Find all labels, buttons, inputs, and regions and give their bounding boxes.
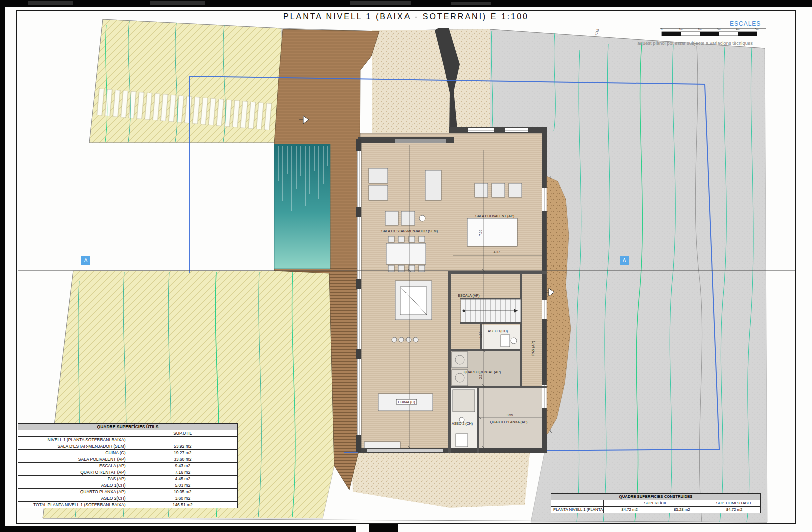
scales-heading: ESCALES [730,20,761,27]
table-row: QUARTO PLANXA (AP)10.05 m2 [18,489,238,495]
sheet-title: PLANTA NIVELL 1 (BAIXA - SOTERRANI) E 1:… [16,12,796,21]
room-label-aseo2: ASEO 2 (CH) [452,422,473,425]
table-row: ASEO 2(CH)3.60 m2 [18,495,238,502]
room-label-sala-polivalent: SALA POLIVALENT (AP) [475,214,514,218]
section-marker-a-right: A [620,256,629,265]
empty-cell [551,500,604,507]
scale-tick: 4m [736,28,740,31]
staircase [461,299,521,322]
table-row: SALA POLIVALENT (AP)33.60 m2 [18,456,238,463]
dimension-text: 7.56 [479,230,482,236]
building-floorplan [356,127,552,453]
table-row: CUINA (C)19.27 m2 [18,450,238,456]
room-label-quarto-planxa: QUARTO PLANXA (AP) [490,420,528,424]
built-areas-table: QUADRE SUPERFICIES CONSTRUIDES SUPERFÍCI… [551,493,761,513]
table-row-total: TOTAL PLANTA NIVELL 1 (SOTERRANI-BAIXA)1… [18,502,238,508]
scale-tick: 2m [698,28,702,31]
column-header: SUP. COMPUTABLE [708,500,761,507]
dimension-text: 4.37 [494,250,500,254]
column-header: SUP.ÚTIL [128,430,238,437]
table-row: ESCALA (AP)9.43 m2 [18,463,238,469]
table-title: QUADRE SUPERFICIES CONSTRUIDES [551,494,761,500]
swimming-pool [274,144,330,269]
table-row: ASEO 1(CH)5.03 m2 [18,482,238,489]
table-title: QUADRE SUPERFÍCIES ÚTILS [18,424,238,430]
room-label-escala: ESCALA (AP) [458,294,479,297]
dimension-text: 3.55 [507,413,513,417]
table-row: NIVELL 1 (PLANTA SOTERRANI-BAIXA) [18,437,238,443]
dimension-text: 1.50 [479,332,482,338]
room-label-quarto-rentat: QUARTO RENTAT (AP) [464,370,501,374]
table-row: QUARTO RENTAT (AP)7.16 m2 [18,469,238,476]
scale-tick: 1m [679,28,683,31]
scale-tick: 3m [717,28,721,31]
room-label-aseo1: ASEO 1(CH) [488,329,508,333]
scale-tick: 5m [755,28,759,31]
table-row: PAS (AP)4.45 m2 [18,476,238,482]
empty-cell [18,430,128,437]
section-marker-a-left: A [81,256,90,265]
plan-sheet: PLANTA NIVELL 1 (BAIXA - SOTERRANI) E 1:… [0,0,812,532]
table-row: SALA D'ESTAR-MENJADOR (SEM)53.92 m2 [18,443,238,450]
useful-areas-table: QUADRE SUPERFÍCIES ÚTILS SUP.ÚTIL NIVELL… [18,423,238,508]
room-label-pas: PAS (AP) [531,341,535,355]
scale-tick: 0 [661,28,663,31]
room-label-sala-estar: SALA D'ESTAR-MENJADOR (SEM) [381,229,438,233]
column-header: SUPERFÍCIE [603,500,708,507]
room-label-cuina: CUINA (C) [396,399,417,405]
table-row: PLANTA NIVELL 1 (PLANTA BAIXA-SOTERRANI)… [551,507,761,513]
disclaimer-note: aquest plànol pot estar subjecte a varia… [615,40,753,46]
dimension-text: 2.14 [479,373,482,379]
